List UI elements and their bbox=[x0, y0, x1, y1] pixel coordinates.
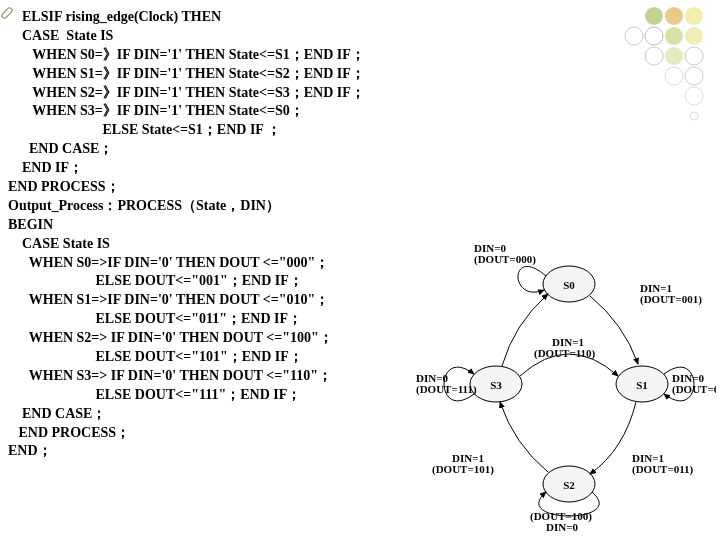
state-s2: S2 bbox=[563, 479, 575, 491]
code-block: ELSIF rising_edge(Clock) THEN CASE State… bbox=[8, 8, 720, 461]
diagram-label: (DOUT=100)DIN=0 bbox=[530, 510, 592, 533]
